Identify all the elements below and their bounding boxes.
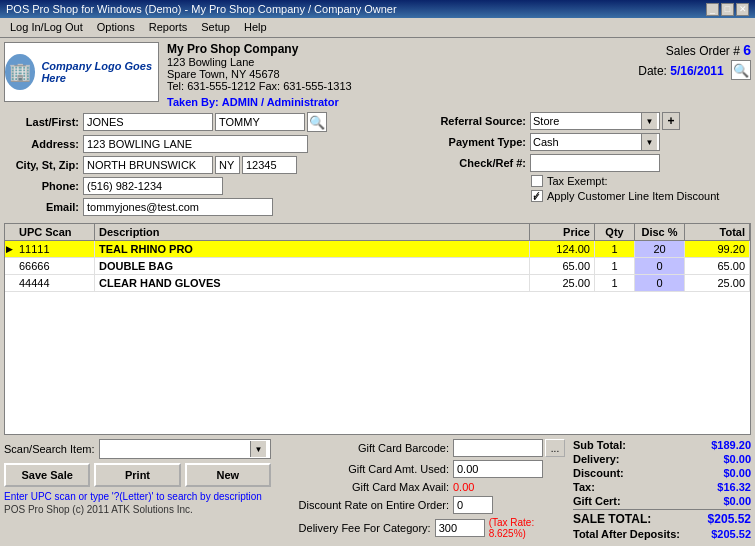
gift-barcode-browse-button[interactable]: ... xyxy=(545,439,565,457)
scan-label: Scan/Search Item: xyxy=(4,443,95,455)
delivery-fee-input[interactable] xyxy=(435,519,485,537)
last-name-input[interactable] xyxy=(83,113,213,131)
tax-exempt-label: Tax Exempt: xyxy=(547,175,608,187)
check-input[interactable] xyxy=(530,154,660,172)
customer-search-icon[interactable]: 🔍 xyxy=(307,112,327,132)
customer-form: Last/First: 🔍 Address: City, St, Zip: xyxy=(4,112,403,219)
save-sale-button[interactable]: Save Sale xyxy=(4,463,90,487)
email-label: Email: xyxy=(4,201,79,213)
payment-label: Payment Type: xyxy=(411,136,526,148)
phone-input[interactable] xyxy=(83,177,223,195)
new-button[interactable]: New xyxy=(185,463,271,487)
row-arrow-icon xyxy=(5,275,15,291)
order-table: UPC Scan Description Price Qty Disc % To… xyxy=(4,223,751,435)
gift-barcode-input[interactable] xyxy=(453,439,543,457)
after-deposits-value: $205.52 xyxy=(711,528,751,540)
tax-exempt-checkbox[interactable] xyxy=(531,175,543,187)
discount-rate-input[interactable] xyxy=(453,496,493,514)
email-input[interactable] xyxy=(83,198,273,216)
totals-area: Sub Total: $189.20 Delivery: $0.00 Disco… xyxy=(573,439,751,542)
tax-row: Tax: $16.32 xyxy=(573,481,751,493)
tax-label: Tax: xyxy=(573,481,595,493)
name-inputs: 🔍 xyxy=(83,112,327,132)
search-icon[interactable]: 🔍 xyxy=(731,60,751,80)
subtotal-row: Sub Total: $189.20 xyxy=(573,439,751,451)
gift-amt-row: Gift Card Amt. Used: xyxy=(279,460,565,478)
address-input[interactable] xyxy=(83,135,308,153)
gift-barcode-row: Gift Card Barcode: ... xyxy=(279,439,565,457)
cell-desc: TEAL RHINO PRO xyxy=(95,241,530,257)
maximize-button[interactable]: □ xyxy=(721,3,734,16)
logo-box: 🏢 Company Logo Goes Here xyxy=(4,42,159,102)
scan-input[interactable]: ▼ xyxy=(99,439,272,459)
menu-options[interactable]: Options xyxy=(91,20,141,35)
hint-text: Enter UPC scan or type '?(Letter)' to se… xyxy=(4,491,271,502)
tax-value: $16.32 xyxy=(717,481,751,493)
gift-amt-input[interactable] xyxy=(453,460,543,478)
taken-by-row: Taken By: ADMIN / Administrator xyxy=(167,96,638,108)
apply-discount-row: ✓ Apply Customer Line Item Discount xyxy=(531,190,751,202)
sale-total-value: $205.52 xyxy=(708,512,751,526)
state-input[interactable] xyxy=(215,156,240,174)
row-arrow-icon: ▶ xyxy=(5,241,15,257)
phone-label: Phone: xyxy=(4,180,79,192)
table-row[interactable]: ▶ 11111 TEAL RHINO PRO 124.00 1 20 99.20 xyxy=(5,241,750,258)
first-name-input[interactable] xyxy=(215,113,305,131)
cell-upc: 44444 xyxy=(15,275,95,291)
zip-input[interactable] xyxy=(242,156,297,174)
referral-dropdown[interactable]: Store ▼ xyxy=(530,112,660,130)
cell-price: 65.00 xyxy=(530,258,595,274)
referral-label: Referral Source: xyxy=(411,115,526,127)
menu-bar: Log In/Log Out Options Reports Setup Hel… xyxy=(0,18,755,38)
header-price: Price xyxy=(530,224,595,240)
apply-discount-checkbox[interactable]: ✓ xyxy=(531,190,543,202)
cell-qty: 1 xyxy=(595,258,635,274)
title-bar: POS Pro Shop for Windows (Demo) - My Pro… xyxy=(0,0,755,18)
cell-upc: 11111 xyxy=(15,241,95,257)
header-total: Total xyxy=(685,224,750,240)
delivery-fee-row: Delivery Fee For Category: (Tax Rate: 8.… xyxy=(279,517,565,539)
date-label: Date: xyxy=(638,64,667,78)
table-row[interactable]: 44444 CLEAR HAND GLOVES 25.00 1 0 25.00 xyxy=(5,275,750,292)
menu-login[interactable]: Log In/Log Out xyxy=(4,20,89,35)
tax-exempt-row: Tax Exempt: xyxy=(531,175,751,187)
window-title: POS Pro Shop for Windows (Demo) - My Pro… xyxy=(6,3,397,15)
delivery-label: Delivery: xyxy=(573,453,619,465)
date-line: Date: 5/16/2011 🔍 xyxy=(638,60,751,80)
last-label: Last/First: xyxy=(4,116,79,128)
print-button[interactable]: Print xyxy=(94,463,180,487)
cell-qty: 1 xyxy=(595,241,635,257)
minimize-button[interactable]: _ xyxy=(706,3,719,16)
referral-add-button[interactable]: + xyxy=(662,112,680,130)
company-phone: Tel: 631-555-1212 Fax: 631-555-1313 xyxy=(167,80,638,92)
company-address2: Spare Town, NY 45678 xyxy=(167,68,638,80)
menu-help[interactable]: Help xyxy=(238,20,273,35)
name-row: Last/First: 🔍 xyxy=(4,112,403,132)
discount-rate-label: Discount Rate on Entire Order: xyxy=(279,499,449,511)
cell-price: 25.00 xyxy=(530,275,595,291)
apply-discount-label: Apply Customer Line Item Discount xyxy=(547,190,719,202)
sales-order-area: Sales Order # 6 Date: 5/16/2011 🔍 xyxy=(638,42,751,82)
close-button[interactable]: ✕ xyxy=(736,3,749,16)
company-info: My Pro Shop Company 123 Bowling Lane Spa… xyxy=(167,42,638,108)
bottom-area: Scan/Search Item: ▼ Save Sale Print New … xyxy=(4,439,751,542)
gift-card-area: Gift Card Barcode: ... Gift Card Amt. Us… xyxy=(279,439,565,542)
payment-dropdown[interactable]: Cash ▼ xyxy=(530,133,660,151)
scan-row: Scan/Search Item: ▼ xyxy=(4,439,271,459)
menu-reports[interactable]: Reports xyxy=(143,20,194,35)
delivery-row: Delivery: $0.00 xyxy=(573,453,751,465)
address-row: Address: xyxy=(4,135,403,153)
menu-setup[interactable]: Setup xyxy=(195,20,236,35)
header-area: 🏢 Company Logo Goes Here My Pro Shop Com… xyxy=(4,42,751,108)
payment-row: Payment Type: Cash ▼ xyxy=(411,133,751,151)
logo-text: Company Logo Goes Here xyxy=(41,60,158,84)
date-value: 5/16/2011 xyxy=(670,64,723,78)
city-input[interactable] xyxy=(83,156,213,174)
gift-cert-value: $0.00 xyxy=(723,495,751,507)
after-deposits-label: Total After Deposits: xyxy=(573,528,680,540)
table-row[interactable]: 66666 DOUBLE BAG 65.00 1 0 65.00 xyxy=(5,258,750,275)
payment-value: Cash xyxy=(533,136,559,148)
buttons-row: Save Sale Print New xyxy=(4,463,271,487)
gift-barcode-label: Gift Card Barcode: xyxy=(279,442,449,454)
sales-order-label: Sales Order # xyxy=(666,44,740,58)
